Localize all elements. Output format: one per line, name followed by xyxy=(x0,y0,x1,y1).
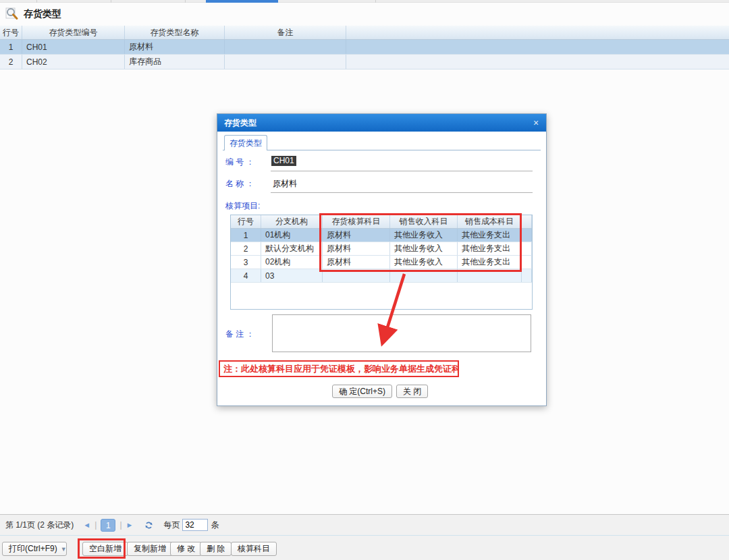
top-tab[interactable] xyxy=(0,0,37,3)
grid-header-row: 行号 分支机构 存货核算科目 销售收入科目 销售成本科目 xyxy=(231,215,532,229)
prev-page-icon[interactable]: ◄ xyxy=(83,521,90,529)
refresh-icon[interactable] xyxy=(145,522,153,529)
gcol-rowno[interactable]: 行号 xyxy=(231,215,261,228)
gcol-income-subject[interactable]: 销售收入科目 xyxy=(390,215,458,228)
gcell: 2 xyxy=(231,242,261,255)
gcell: 1 xyxy=(231,229,261,242)
gcell: 其他业务收入 xyxy=(390,242,458,255)
gcell xyxy=(323,269,390,282)
name-field[interactable]: 原材料 xyxy=(273,178,297,190)
warning-note: 注：此处核算科目应用于凭证模板，影响业务单据生成凭证科目！ xyxy=(219,360,459,377)
gcell: 默认分支机构 xyxy=(261,242,323,255)
gcell: 03 xyxy=(261,269,323,282)
gcell: 其他业务收入 xyxy=(390,256,458,269)
ok-button[interactable]: 确 定(Ctrl+S) xyxy=(332,385,392,398)
name-field-underline xyxy=(271,192,533,193)
cell-name: 库存商品 xyxy=(125,55,225,69)
col-header-code[interactable]: 存货类型编号 xyxy=(22,26,125,39)
accounting-subject-button[interactable]: 核算科目 xyxy=(231,542,277,556)
top-tab[interactable] xyxy=(278,0,376,3)
top-tab[interactable] xyxy=(111,0,186,3)
col-header-name[interactable]: 存货类型名称 xyxy=(125,26,225,39)
table-header-row: 行号 存货类型编号 存货类型名称 备注 xyxy=(0,26,729,40)
gcell: 其他业务支出 xyxy=(458,242,522,255)
per-page-label: 每页 xyxy=(163,520,180,531)
gcol-inventory-subject[interactable]: 存货核算科目 xyxy=(323,215,390,228)
pager-separator: | xyxy=(94,520,97,530)
gcell xyxy=(522,242,532,255)
print-button[interactable]: 打印(Ctrl+F9)▼ xyxy=(2,542,67,556)
dialog-tab-inventory-type[interactable]: 存货类型 xyxy=(224,135,267,150)
gcell: 其他业务支出 xyxy=(458,256,522,269)
col-header-rowno[interactable]: 行号 xyxy=(0,26,22,39)
gcol-filler xyxy=(522,215,532,228)
table-row[interactable]: 2 CH02 库存商品 xyxy=(0,55,729,69)
code-field[interactable]: CH01 xyxy=(271,156,296,166)
chevron-down-icon: ▼ xyxy=(61,546,67,553)
page-title: 存货类型 xyxy=(24,8,61,20)
col-header-remark[interactable]: 备注 xyxy=(225,26,346,39)
grid-row-selected[interactable]: 1 01机构 原材料 其他业务收入 其他业务支出 xyxy=(231,229,532,242)
grid-row[interactable]: 2 默认分支机构 原材料 其他业务收入 其他业务支出 xyxy=(231,242,532,256)
gcell: 01机构 xyxy=(261,229,323,242)
cell-rowno: 1 xyxy=(0,40,22,54)
top-tab-strip xyxy=(0,0,729,3)
gcol-cost-subject[interactable]: 销售成本科目 xyxy=(458,215,522,228)
delete-button[interactable]: 删 除 xyxy=(200,542,232,556)
table-row-selected[interactable]: 1 CH01 原材料 xyxy=(0,40,729,55)
close-button[interactable]: 关 闭 xyxy=(396,385,428,398)
code-field-underline xyxy=(271,171,533,171)
page-header: 存货类型 xyxy=(5,5,61,23)
gcell xyxy=(522,256,532,269)
gcell: 其他业务支出 xyxy=(458,229,522,242)
inventory-type-dialog: 存货类型 × 存货类型 编 号 ： CH01 名 称 ： 原材料 核算项目: 行… xyxy=(217,113,547,406)
top-tab-active[interactable] xyxy=(206,0,278,3)
name-label: 名 称 ： xyxy=(225,178,254,190)
gcol-branch[interactable]: 分支机构 xyxy=(261,215,323,228)
per-page-input[interactable] xyxy=(182,519,208,531)
accounting-items-label: 核算项目: xyxy=(225,200,260,212)
next-page-icon[interactable]: ► xyxy=(126,521,134,529)
dialog-titlebar: 存货类型 xyxy=(217,114,546,132)
gcell xyxy=(522,229,532,242)
gcell: 02机构 xyxy=(261,256,323,269)
remark-label: 备 注 ： xyxy=(225,329,254,340)
copy-add-button[interactable]: 复制新增 xyxy=(127,542,173,556)
current-page-button[interactable]: 1 xyxy=(101,519,115,532)
gcell: 原材料 xyxy=(323,242,390,255)
pager-separator: | xyxy=(119,520,122,530)
remark-textarea[interactable] xyxy=(272,314,531,352)
accounting-items-grid: 行号 分支机构 存货核算科目 销售收入科目 销售成本科目 1 01机构 原材料 … xyxy=(230,215,533,310)
pagination-summary: 第 1/1页 (2 条记录) xyxy=(5,520,74,531)
gcell: 其他业务收入 xyxy=(390,229,458,242)
cell-remark xyxy=(225,55,346,69)
cell-filler xyxy=(346,55,729,69)
pagination-bar: 第 1/1页 (2 条记录) ◄ | 1 | ► 每页 条 xyxy=(0,515,729,536)
grid-row[interactable]: 4 03 xyxy=(231,269,532,283)
col-header-filler xyxy=(346,26,729,39)
screen: 存货类型 行号 存货类型编号 存货类型名称 备注 1 CH01 原材料 2 CH… xyxy=(0,0,729,560)
blank-add-button[interactable]: 空白新增 xyxy=(82,542,128,556)
cell-code: CH01 xyxy=(22,40,125,54)
top-tab[interactable] xyxy=(37,0,111,3)
cell-code: CH02 xyxy=(22,55,125,69)
cell-filler xyxy=(346,40,729,54)
cell-remark xyxy=(225,40,346,54)
inventory-type-table: 行号 存货类型编号 存货类型名称 备注 1 CH01 原材料 2 CH02 库存… xyxy=(0,26,729,69)
magnifier-icon xyxy=(5,7,19,22)
gcell: 原材料 xyxy=(323,256,390,269)
gcell xyxy=(522,269,532,282)
bottom-toolbar: 打印(Ctrl+F9)▼ 空白新增 复制新增 修 改 删 除 核算科目 xyxy=(0,536,729,560)
tab-divider xyxy=(223,150,541,150)
modify-button[interactable]: 修 改 xyxy=(170,542,202,556)
grid-row[interactable]: 3 02机构 原材料 其他业务收入 其他业务支出 xyxy=(231,256,532,269)
dialog-title: 存货类型 xyxy=(224,117,256,129)
cell-name: 原材料 xyxy=(125,40,225,54)
gcell: 4 xyxy=(231,269,261,282)
close-icon[interactable]: × xyxy=(531,117,541,128)
code-label: 编 号 ： xyxy=(225,157,254,168)
cell-rowno: 2 xyxy=(0,55,22,69)
gcell: 3 xyxy=(231,256,261,269)
gcell xyxy=(390,269,458,282)
per-page-unit: 条 xyxy=(211,520,219,531)
